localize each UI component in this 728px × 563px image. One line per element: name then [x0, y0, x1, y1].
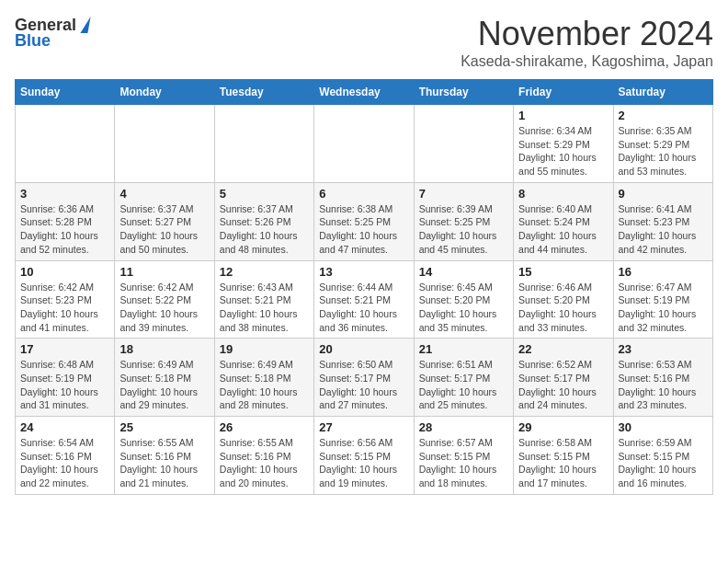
- day-info: Sunrise: 6:42 AMSunset: 5:22 PMDaylight:…: [119, 281, 209, 335]
- day-info: Sunrise: 6:46 AMSunset: 5:20 PMDaylight:…: [518, 281, 608, 335]
- week-row-1: 1Sunrise: 6:34 AMSunset: 5:29 PMDaylight…: [16, 105, 713, 183]
- day-header-monday: Monday: [115, 80, 214, 105]
- location-subtitle: Kaseda-shirakame, Kagoshima, Japan: [461, 53, 713, 70]
- day-number: 7: [419, 187, 508, 201]
- day-number: 2: [619, 109, 708, 122]
- day-info: Sunrise: 6:36 AMSunset: 5:28 PMDaylight:…: [20, 202, 109, 257]
- day-info: Sunrise: 6:37 AMSunset: 5:27 PMDaylight:…: [119, 202, 209, 257]
- day-info: Sunrise: 6:35 AMSunset: 5:29 PMDaylight:…: [619, 124, 708, 178]
- day-number: 20: [319, 342, 408, 356]
- calendar-cell: 3Sunrise: 6:36 AMSunset: 5:28 PMDaylight…: [16, 182, 115, 260]
- day-info: Sunrise: 6:43 AMSunset: 5:21 PMDaylight:…: [220, 281, 309, 335]
- day-info: Sunrise: 6:40 AMSunset: 5:24 PMDaylight:…: [518, 202, 608, 257]
- calendar-cell: 16Sunrise: 6:47 AMSunset: 5:19 PMDayligh…: [613, 260, 712, 339]
- calendar-cell: 20Sunrise: 6:50 AMSunset: 5:17 PMDayligh…: [314, 339, 414, 417]
- day-number: 23: [619, 342, 708, 356]
- day-number: 4: [119, 187, 209, 201]
- calendar-cell: [414, 105, 513, 183]
- calendar-cell: 24Sunrise: 6:54 AMSunset: 5:16 PMDayligh…: [16, 417, 115, 495]
- day-info: Sunrise: 6:47 AMSunset: 5:19 PMDaylight:…: [619, 281, 708, 335]
- day-info: Sunrise: 6:41 AMSunset: 5:23 PMDaylight:…: [619, 202, 708, 257]
- day-number: 1: [518, 109, 608, 122]
- day-number: 14: [419, 265, 508, 279]
- day-number: 27: [319, 420, 408, 434]
- day-info: Sunrise: 6:56 AMSunset: 5:15 PMDaylight:…: [319, 436, 408, 490]
- day-info: Sunrise: 6:52 AMSunset: 5:17 PMDaylight:…: [518, 358, 608, 412]
- calendar-cell: 29Sunrise: 6:58 AMSunset: 5:15 PMDayligh…: [514, 417, 613, 495]
- calendar-header: SundayMondayTuesdayWednesdayThursdayFrid…: [16, 80, 713, 105]
- day-number: 5: [220, 187, 309, 201]
- calendar-cell: 12Sunrise: 6:43 AMSunset: 5:21 PMDayligh…: [214, 260, 313, 339]
- day-header-wednesday: Wednesday: [314, 80, 414, 105]
- day-info: Sunrise: 6:48 AMSunset: 5:19 PMDaylight:…: [20, 358, 109, 412]
- calendar-cell: 25Sunrise: 6:55 AMSunset: 5:16 PMDayligh…: [115, 417, 214, 495]
- day-info: Sunrise: 6:37 AMSunset: 5:26 PMDaylight:…: [220, 202, 309, 257]
- day-header-friday: Friday: [514, 80, 613, 105]
- day-number: 15: [518, 265, 608, 279]
- day-info: Sunrise: 6:58 AMSunset: 5:15 PMDaylight:…: [518, 436, 608, 490]
- day-info: Sunrise: 6:42 AMSunset: 5:23 PMDaylight:…: [20, 281, 109, 335]
- calendar-cell: 6Sunrise: 6:38 AMSunset: 5:25 PMDaylight…: [314, 182, 414, 260]
- day-number: 29: [518, 420, 608, 434]
- day-info: Sunrise: 6:44 AMSunset: 5:21 PMDaylight:…: [319, 281, 408, 335]
- calendar-cell: [314, 105, 414, 183]
- day-number: 22: [518, 342, 608, 356]
- calendar-cell: 2Sunrise: 6:35 AMSunset: 5:29 PMDaylight…: [613, 105, 712, 183]
- day-info: Sunrise: 6:34 AMSunset: 5:29 PMDaylight:…: [518, 124, 608, 178]
- day-info: Sunrise: 6:54 AMSunset: 5:16 PMDaylight:…: [20, 436, 109, 490]
- calendar-cell: 19Sunrise: 6:49 AMSunset: 5:18 PMDayligh…: [214, 339, 313, 417]
- calendar-cell: 14Sunrise: 6:45 AMSunset: 5:20 PMDayligh…: [414, 260, 513, 339]
- day-number: 18: [119, 342, 209, 356]
- calendar-cell: 23Sunrise: 6:53 AMSunset: 5:16 PMDayligh…: [613, 339, 712, 417]
- day-number: 19: [220, 342, 309, 356]
- day-header-tuesday: Tuesday: [214, 80, 313, 105]
- calendar-cell: [16, 105, 115, 183]
- week-row-3: 10Sunrise: 6:42 AMSunset: 5:23 PMDayligh…: [16, 260, 713, 339]
- page-header: General Blue November 2024 Kaseda-shirak…: [15, 15, 713, 70]
- calendar-cell: 10Sunrise: 6:42 AMSunset: 5:23 PMDayligh…: [16, 260, 115, 339]
- day-info: Sunrise: 6:49 AMSunset: 5:18 PMDaylight:…: [220, 358, 309, 412]
- title-section: November 2024 Kaseda-shirakame, Kagoshim…: [461, 15, 713, 70]
- header-row: SundayMondayTuesdayWednesdayThursdayFrid…: [16, 80, 713, 105]
- calendar-cell: 11Sunrise: 6:42 AMSunset: 5:22 PMDayligh…: [115, 260, 214, 339]
- day-info: Sunrise: 6:38 AMSunset: 5:25 PMDaylight:…: [319, 202, 408, 257]
- calendar-cell: 26Sunrise: 6:55 AMSunset: 5:16 PMDayligh…: [214, 417, 313, 495]
- calendar-cell: 30Sunrise: 6:59 AMSunset: 5:15 PMDayligh…: [613, 417, 712, 495]
- calendar-cell: [214, 105, 313, 183]
- day-number: 11: [119, 265, 209, 279]
- logo-blue-text: Blue: [15, 31, 51, 51]
- day-info: Sunrise: 6:49 AMSunset: 5:18 PMDaylight:…: [119, 358, 209, 412]
- day-number: 8: [518, 187, 608, 201]
- day-number: 12: [220, 265, 309, 279]
- calendar-cell: 28Sunrise: 6:57 AMSunset: 5:15 PMDayligh…: [414, 417, 513, 495]
- day-info: Sunrise: 6:55 AMSunset: 5:16 PMDaylight:…: [119, 436, 209, 490]
- calendar-cell: 1Sunrise: 6:34 AMSunset: 5:29 PMDaylight…: [514, 105, 613, 183]
- week-row-5: 24Sunrise: 6:54 AMSunset: 5:16 PMDayligh…: [16, 417, 713, 495]
- day-number: 16: [619, 265, 708, 279]
- calendar-cell: 13Sunrise: 6:44 AMSunset: 5:21 PMDayligh…: [314, 260, 414, 339]
- day-info: Sunrise: 6:39 AMSunset: 5:25 PMDaylight:…: [419, 202, 508, 257]
- day-header-thursday: Thursday: [414, 80, 513, 105]
- calendar-cell: 15Sunrise: 6:46 AMSunset: 5:20 PMDayligh…: [514, 260, 613, 339]
- calendar-body: 1Sunrise: 6:34 AMSunset: 5:29 PMDaylight…: [16, 105, 713, 495]
- week-row-4: 17Sunrise: 6:48 AMSunset: 5:19 PMDayligh…: [16, 339, 713, 417]
- calendar-cell: 4Sunrise: 6:37 AMSunset: 5:27 PMDaylight…: [115, 182, 214, 260]
- day-info: Sunrise: 6:55 AMSunset: 5:16 PMDaylight:…: [220, 436, 309, 490]
- day-number: 17: [20, 342, 109, 356]
- day-number: 24: [20, 420, 109, 434]
- day-number: 10: [20, 265, 109, 279]
- day-number: 3: [20, 187, 109, 201]
- calendar-cell: 5Sunrise: 6:37 AMSunset: 5:26 PMDaylight…: [214, 182, 313, 260]
- day-number: 6: [319, 187, 408, 201]
- month-title: November 2024: [461, 15, 713, 53]
- day-info: Sunrise: 6:53 AMSunset: 5:16 PMDaylight:…: [619, 358, 708, 412]
- calendar-cell: 17Sunrise: 6:48 AMSunset: 5:19 PMDayligh…: [16, 339, 115, 417]
- day-number: 26: [220, 420, 309, 434]
- calendar-cell: 22Sunrise: 6:52 AMSunset: 5:17 PMDayligh…: [514, 339, 613, 417]
- calendar-cell: 18Sunrise: 6:49 AMSunset: 5:18 PMDayligh…: [115, 339, 214, 417]
- day-info: Sunrise: 6:51 AMSunset: 5:17 PMDaylight:…: [419, 358, 508, 412]
- calendar-cell: 8Sunrise: 6:40 AMSunset: 5:24 PMDaylight…: [514, 182, 613, 260]
- day-header-sunday: Sunday: [16, 80, 115, 105]
- calendar-cell: [115, 105, 214, 183]
- calendar-cell: 9Sunrise: 6:41 AMSunset: 5:23 PMDaylight…: [613, 182, 712, 260]
